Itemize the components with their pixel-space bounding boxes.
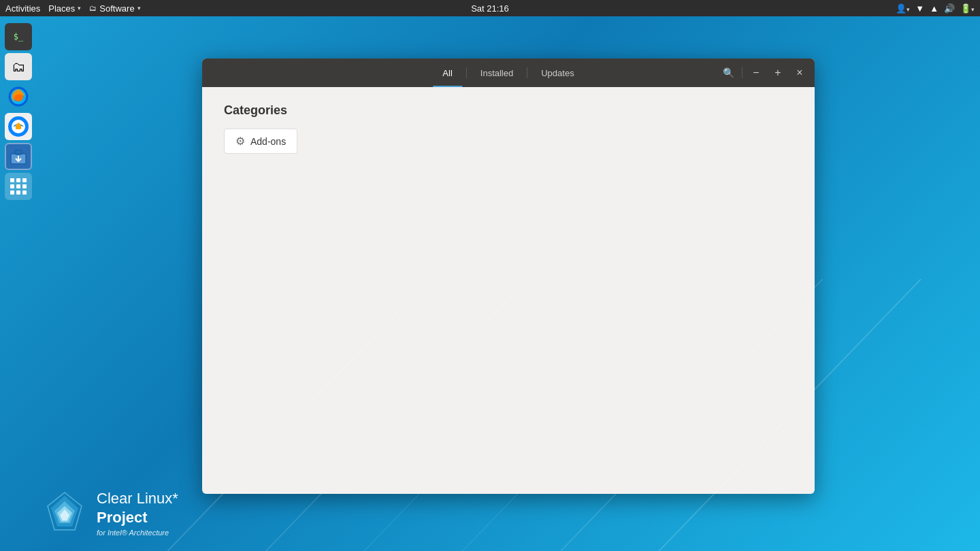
activities-label: Activities (5, 3, 40, 14)
window-tabs: All Installed Updates (429, 59, 587, 87)
files-icon: 🗂 (12, 59, 25, 75)
controls-separator (742, 67, 742, 78)
software-icon (9, 147, 28, 166)
software-label: Software (99, 3, 134, 14)
software-button[interactable]: 🗂 Software ▾ (89, 3, 140, 14)
dock-item-appgrid[interactable] (5, 173, 32, 200)
dock: $_ 🗂 (0, 16, 37, 551)
battery-icon[interactable]: 🔋▾ (960, 3, 975, 14)
main-area: All Installed Updates 🔍 − (37, 16, 980, 551)
topbar-left: Activities Places ▾ 🗂 Software ▾ (5, 3, 141, 14)
window-content: Categories ⚙ Add-ons (202, 87, 815, 494)
svg-rect-5 (16, 125, 21, 129)
wifi-icon[interactable]: ▲ (930, 3, 938, 14)
terminal-icon: $_ (14, 32, 23, 41)
search-button[interactable]: 🔍 (719, 63, 738, 82)
places-chevron-icon: ▾ (78, 5, 81, 12)
minimize-button[interactable]: − (747, 63, 766, 82)
firefox-icon (7, 86, 29, 107)
dock-item-files[interactable]: 🗂 (5, 53, 32, 80)
places-label: Places (48, 3, 75, 14)
topbar: Activities Places ▾ 🗂 Software ▾ Sat 21:… (0, 0, 980, 16)
category-addons[interactable]: ⚙ Add-ons (224, 129, 297, 154)
activities-button[interactable]: Activities (5, 3, 40, 14)
topbar-right: 👤▾ ▼ ▲ 🔊 🔋▾ (896, 3, 975, 14)
volume-icon[interactable]: 🔊 (944, 3, 955, 14)
network-icon[interactable]: ▼ (915, 3, 924, 14)
desktop: $_ 🗂 (0, 16, 980, 551)
category-addons-label: Add-ons (250, 136, 286, 147)
user-icon[interactable]: 👤▾ (896, 3, 910, 14)
thunderbird-icon (7, 116, 29, 137)
dock-item-software[interactable] (5, 143, 32, 170)
close-button[interactable]: × (790, 63, 809, 82)
gear-icon: ⚙ (235, 135, 245, 148)
appgrid-icon (10, 178, 27, 195)
dock-item-firefox[interactable] (5, 83, 32, 110)
tab-installed[interactable]: Installed (467, 59, 527, 87)
places-button[interactable]: Places ▾ (48, 3, 81, 14)
dock-item-thunderbird[interactable] (5, 113, 32, 140)
software-chevron-icon: ▾ (137, 5, 141, 12)
dock-item-terminal[interactable]: $_ (5, 23, 32, 50)
topbar-datetime: Sat 21:16 (471, 3, 509, 14)
categories-heading: Categories (224, 103, 793, 118)
tab-all[interactable]: All (429, 59, 466, 87)
window-titlebar: All Installed Updates 🔍 − (202, 59, 815, 87)
window-controls: 🔍 − + × (719, 63, 809, 82)
software-menu-icon: 🗂 (89, 4, 97, 12)
maximize-button[interactable]: + (768, 63, 787, 82)
software-center-window: All Installed Updates 🔍 − (202, 59, 815, 494)
tab-updates[interactable]: Updates (527, 59, 587, 87)
